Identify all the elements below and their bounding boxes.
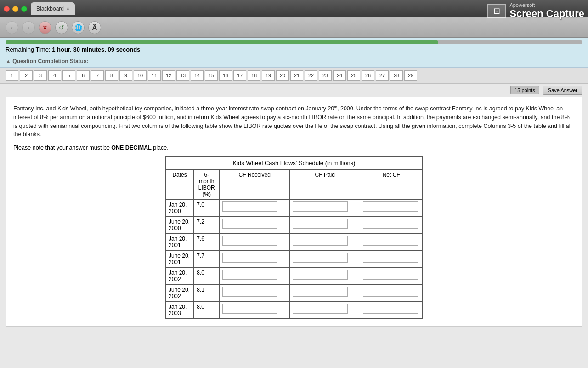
question-nav-7[interactable]: 7 — [91, 70, 104, 80]
question-nav-10[interactable]: 10 — [134, 70, 147, 80]
net-cf-input-5[interactable] — [363, 270, 418, 280]
question-nav-24[interactable]: 24 — [333, 70, 346, 80]
net-cf-cell — [360, 251, 423, 268]
browser-tab[interactable]: Blackboard × — [31, 2, 75, 15]
net-cf-input-6[interactable] — [363, 287, 418, 297]
question-nav-28[interactable]: 28 — [390, 70, 403, 80]
refresh-button[interactable]: ↺ — [55, 21, 68, 34]
question-nav-12[interactable]: 12 — [162, 70, 175, 80]
cf-paid-input-4[interactable] — [293, 253, 348, 263]
question-content: Fantasy Inc. and Kids Wheel, both hypoth… — [6, 97, 582, 327]
cf-received-input-5[interactable] — [222, 270, 277, 280]
question-nav-26[interactable]: 26 — [362, 70, 374, 80]
question-nav-23[interactable]: 23 — [319, 70, 332, 80]
cf-paid-input-2[interactable] — [293, 218, 348, 229]
maximize-window-button[interactable] — [21, 6, 27, 12]
save-answer-button[interactable]: Save Answer — [543, 86, 582, 95]
net-cf-cell — [360, 200, 423, 217]
cf-paid-cell — [290, 234, 360, 251]
question-nav-6[interactable]: 6 — [77, 70, 90, 80]
tab-close-button[interactable]: × — [67, 6, 69, 12]
cf-received-cell — [220, 200, 290, 217]
forward-button[interactable]: › — [22, 21, 35, 34]
net-cf-input-2[interactable] — [363, 218, 418, 229]
tab-label: Blackboard — [36, 6, 64, 12]
question-nav-14[interactable]: 14 — [191, 70, 204, 80]
cf-received-input-1[interactable] — [222, 201, 277, 212]
cf-received-input-7[interactable] — [222, 304, 277, 314]
cf-received-cell — [220, 268, 290, 285]
cf-paid-input-5[interactable] — [293, 270, 348, 280]
toolbar: ‹ › ✕ ↺ 🌐 Ã — [0, 17, 588, 38]
question-nav-21[interactable]: 21 — [290, 70, 303, 80]
question-nav-11[interactable]: 11 — [148, 70, 161, 80]
libor-cell: 8.0 — [194, 302, 220, 319]
cf-paid-cell — [290, 200, 360, 217]
progress-bar-fill — [6, 40, 438, 44]
question-nav-9[interactable]: 9 — [119, 70, 132, 80]
cf-received-input-6[interactable] — [222, 287, 277, 297]
table-row: June 20,2000 7.2 — [166, 217, 423, 234]
watermark-logo: ⊡ — [487, 4, 506, 18]
question-nav-8[interactable]: 8 — [105, 70, 118, 80]
traffic-lights — [4, 6, 27, 12]
completion-label: Question Completion Status: — [12, 58, 88, 64]
question-nav-16[interactable]: 16 — [219, 70, 232, 80]
question-nav-4[interactable]: 4 — [48, 70, 61, 80]
col-header-cf-received: CF Received — [220, 170, 290, 200]
date-cell: June 20,2002 — [166, 285, 194, 302]
cf-paid-input-1[interactable] — [293, 201, 348, 212]
net-cf-input-7[interactable] — [363, 304, 418, 314]
minimize-window-button[interactable] — [12, 6, 18, 12]
question-nav-29[interactable]: 29 — [404, 70, 417, 80]
question-nav-5[interactable]: 5 — [62, 70, 75, 80]
question-nav-1[interactable]: 1 — [6, 70, 18, 80]
cf-paid-cell — [290, 285, 360, 302]
col-header-cf-paid: CF Paid — [290, 170, 360, 200]
table-row: June 20,2002 8.1 — [166, 285, 423, 302]
question-nav-2[interactable]: 2 — [20, 70, 33, 80]
content-area: Remaining Time: 1 hour, 30 minutes, 09 s… — [0, 38, 588, 368]
date-cell: Jan 20,2003 — [166, 302, 194, 319]
col-header-libor: 6-month LIBOR (%) — [194, 170, 220, 200]
net-cf-input-3[interactable] — [363, 236, 418, 246]
progress-bar-container — [6, 40, 582, 44]
libor-cell: 7.6 — [194, 234, 220, 251]
watermark-logo-symbol: ⊡ — [493, 6, 500, 16]
net-cf-input-4[interactable] — [363, 253, 418, 263]
cf-received-input-4[interactable] — [222, 253, 277, 263]
col-header-net-cf: Net CF — [360, 170, 423, 200]
question-nav-17[interactable]: 17 — [233, 70, 246, 80]
net-cf-input-1[interactable] — [363, 201, 418, 212]
decimal-note: Please note that your answer must be ONE… — [13, 144, 575, 151]
cf-paid-input-6[interactable] — [293, 287, 348, 297]
watermark-product: Screen Capture — [509, 8, 584, 20]
question-nav-25[interactable]: 25 — [347, 70, 360, 80]
question-nav-27[interactable]: 27 — [376, 70, 389, 80]
table-row: Jan 20,2000 7.0 — [166, 200, 423, 217]
cf-paid-cell — [290, 251, 360, 268]
question-nav-18[interactable]: 18 — [248, 70, 260, 80]
cf-paid-input-7[interactable] — [293, 304, 348, 314]
cf-paid-input-3[interactable] — [293, 236, 348, 246]
question-nav-20[interactable]: 20 — [276, 70, 289, 80]
question-nav-13[interactable]: 13 — [176, 70, 189, 80]
back-button[interactable]: ‹ — [6, 21, 18, 34]
cf-received-input-2[interactable] — [222, 218, 277, 229]
cf-paid-cell — [290, 302, 360, 319]
close-window-button[interactable] — [4, 6, 10, 12]
question-nav-22[interactable]: 22 — [305, 70, 317, 80]
stop-button[interactable]: ✕ — [39, 21, 51, 34]
char-button[interactable]: Ã — [88, 21, 101, 34]
watermark-brand: Apowersoft — [509, 2, 584, 8]
home-button[interactable]: 🌐 — [72, 21, 85, 34]
cf-received-cell — [220, 217, 290, 234]
question-nav-19[interactable]: 19 — [262, 70, 275, 80]
question-nav-15[interactable]: 15 — [205, 70, 218, 80]
completion-status-bar: ▲ Question Completion Status: — [0, 56, 588, 68]
libor-cell: 8.1 — [194, 285, 220, 302]
date-cell: Jan 20,2002 — [166, 268, 194, 285]
table-row: Jan 20,2002 8.0 — [166, 268, 423, 285]
cf-received-input-3[interactable] — [222, 236, 277, 246]
question-nav-3[interactable]: 3 — [34, 70, 47, 80]
